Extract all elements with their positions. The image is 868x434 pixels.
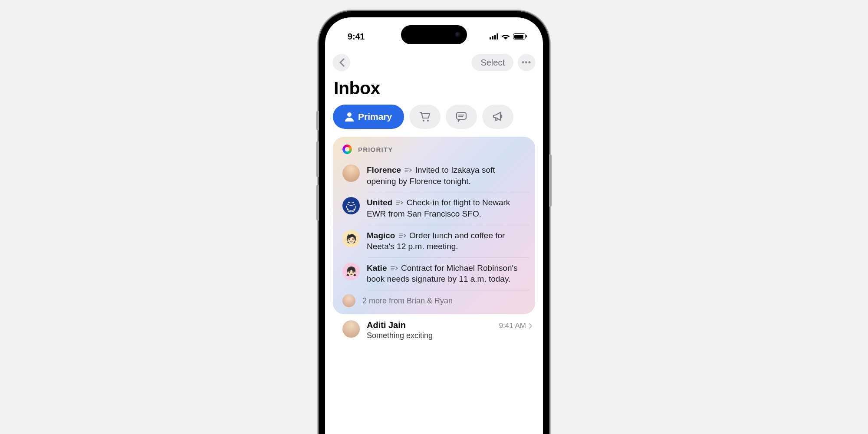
chat-icon <box>455 111 467 122</box>
sender-name: Florence <box>367 165 401 174</box>
svg-rect-2 <box>494 35 496 39</box>
priority-item[interactable]: 👧🏻 Katie Contract for Michael Robinson's… <box>333 257 535 290</box>
svg-rect-0 <box>490 37 491 39</box>
priority-item[interactable]: United Check-in for flight to Newark EWR… <box>333 192 535 224</box>
svg-rect-3 <box>497 33 499 39</box>
avatar <box>342 197 360 214</box>
avatar <box>342 320 360 338</box>
svg-rect-7 <box>457 112 466 119</box>
select-label: Select <box>480 58 505 68</box>
iphone-frame: 9:41 Select ••• <box>319 11 549 434</box>
back-button[interactable] <box>333 54 350 71</box>
tab-updates[interactable] <box>446 105 477 129</box>
avatar: 👧🏻 <box>342 263 360 280</box>
category-tabs: Primary <box>333 105 535 129</box>
cart-icon <box>419 111 431 122</box>
priority-item-text: Magico Order lunch and coffee for Neeta'… <box>367 230 526 252</box>
select-button[interactable]: Select <box>472 54 513 71</box>
megaphone-icon <box>492 111 504 122</box>
priority-item-text: Katie Contract for Michael Robinson's bo… <box>367 263 526 285</box>
message-time: 9:41 AM <box>499 322 533 330</box>
priority-item-text: Florence Invited to Izakaya soft opening… <box>367 164 526 187</box>
priority-label: PRIORITY <box>358 146 393 153</box>
priority-more-label: 2 more from Brian & Ryan <box>362 296 453 306</box>
summary-icon <box>395 200 403 206</box>
inbox-item[interactable]: Aditi Jain 9:41 AM Something exciting <box>333 314 535 340</box>
screen: 9:41 Select ••• <box>325 17 543 434</box>
priority-item-text: United Check-in for flight to Newark EWR… <box>367 197 526 219</box>
status-time: 9:41 <box>348 32 365 42</box>
avatar <box>342 164 360 182</box>
sender-name: Magico <box>367 231 395 240</box>
sender-name: Aditi Jain <box>367 320 406 330</box>
more-button[interactable]: ••• <box>518 54 535 71</box>
message-subject: Something exciting <box>367 331 533 340</box>
front-camera <box>455 32 461 38</box>
avatar: 🧑🏻 <box>342 230 360 247</box>
battery-icon <box>513 33 526 39</box>
summary-text: Contract for Michael Robinson's book nee… <box>367 263 518 284</box>
summary-icon <box>398 233 406 239</box>
svg-point-4 <box>347 112 352 117</box>
svg-rect-1 <box>492 36 494 39</box>
svg-point-6 <box>427 120 429 122</box>
priority-item[interactable]: Florence Invited to Izakaya soft opening… <box>333 159 535 192</box>
tab-primary[interactable]: Primary <box>333 105 404 129</box>
svg-point-5 <box>423 120 424 122</box>
priority-header: PRIORITY <box>333 145 535 159</box>
tab-transactions[interactable] <box>409 105 441 129</box>
chevron-left-icon <box>339 58 345 67</box>
nav-bar: Select ••• <box>333 51 535 74</box>
dynamic-island <box>401 25 467 44</box>
ellipsis-icon: ••• <box>522 58 531 67</box>
priority-more[interactable]: 2 more from Brian & Ryan <box>333 290 535 308</box>
priority-item[interactable]: 🧑🏻 Magico Order lunch and coffee for Nee… <box>333 225 535 257</box>
summary-icon <box>404 167 412 173</box>
sender-name: United <box>367 198 392 207</box>
summary-icon <box>390 265 398 271</box>
apple-intelligence-icon <box>342 145 352 154</box>
person-icon <box>345 112 354 122</box>
chevron-right-icon <box>529 323 533 329</box>
tab-primary-label: Primary <box>358 112 392 122</box>
page-title: Inbox <box>334 78 535 99</box>
priority-section: PRIORITY Florence Invited to Izakaya sof… <box>333 137 535 314</box>
united-logo-icon <box>345 199 358 212</box>
wifi-icon <box>501 33 510 39</box>
avatar <box>342 294 355 307</box>
cellular-icon <box>490 33 498 39</box>
tab-promotions[interactable] <box>482 105 513 129</box>
sender-name: Katie <box>367 263 387 273</box>
